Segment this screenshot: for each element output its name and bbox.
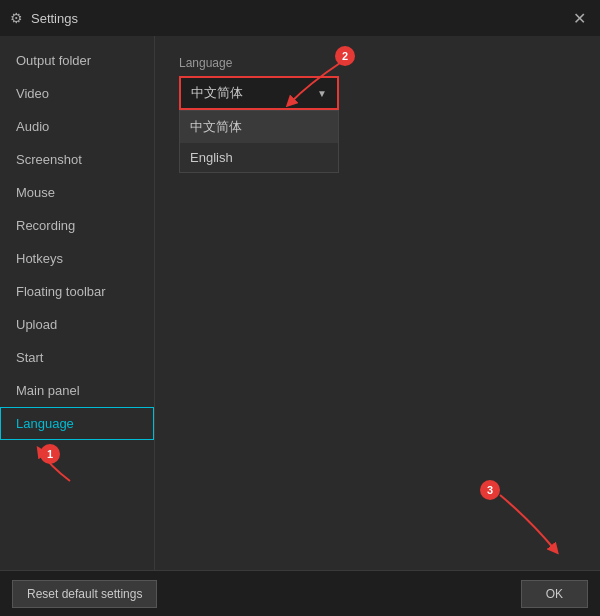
window-title: Settings [31,11,569,26]
sidebar-item-floating-toolbar[interactable]: Floating toolbar [0,275,154,308]
language-field-label: Language [179,56,576,70]
title-bar: ⚙ Settings ✕ [0,0,600,36]
close-button[interactable]: ✕ [569,9,590,28]
sidebar-item-recording[interactable]: Recording [0,209,154,242]
arrow-3-annotation [490,490,570,560]
sidebar-item-mouse[interactable]: Mouse [0,176,154,209]
sidebar-item-video[interactable]: Video [0,77,154,110]
ok-button[interactable]: OK [521,580,588,608]
sidebar-item-screenshot[interactable]: Screenshot [0,143,154,176]
sidebar: Output folder Video Audio Screenshot Mou… [0,36,155,570]
sidebar-item-upload[interactable]: Upload [0,308,154,341]
arrow-2-annotation [280,58,350,113]
content-area: Language 中文简体 ▼ 中文简体 English 2 [155,36,600,570]
bottom-bar: Reset default settings OK [0,570,600,616]
main-content: Output folder Video Audio Screenshot Mou… [0,36,600,570]
badge-2-area: 2 [335,46,355,66]
arrow-1-annotation [30,446,90,486]
sidebar-item-output-folder[interactable]: Output folder [0,44,154,77]
badge-3-area: 3 [480,480,500,500]
sidebar-item-audio[interactable]: Audio [0,110,154,143]
dropdown-option-zh[interactable]: 中文简体 [180,111,338,143]
sidebar-item-start[interactable]: Start [0,341,154,374]
dropdown-menu: 中文简体 English [179,110,339,173]
dropdown-selected-value: 中文简体 [191,84,243,102]
reset-button[interactable]: Reset default settings [12,580,157,608]
sidebar-item-hotkeys[interactable]: Hotkeys [0,242,154,275]
gear-icon: ⚙ [10,10,23,26]
dropdown-option-en[interactable]: English [180,143,338,172]
sidebar-item-language[interactable]: Language [0,407,154,440]
sidebar-item-main-panel[interactable]: Main panel [0,374,154,407]
